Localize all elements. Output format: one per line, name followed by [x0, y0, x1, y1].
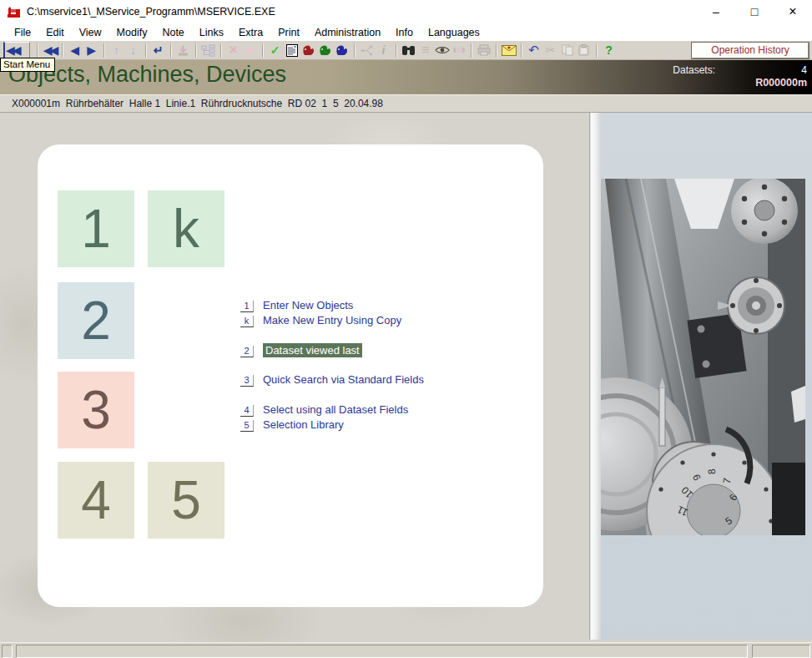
tile-copy-entry[interactable]: k [148, 190, 224, 267]
start-menu-item-label[interactable]: Select using all Dataset Fields [263, 403, 408, 416]
title-bar: C:\mservice1\_MService_Programm\MSERVICE… [0, 0, 812, 23]
start-menu-item-label[interactable]: Quick Search via Standard Fields [263, 373, 424, 386]
module-banner: Objects, Machines, Devices Datasets: 4 R… [0, 60, 812, 94]
record-id: R000000m [632, 77, 807, 89]
tree-view-icon[interactable] [200, 42, 217, 58]
menu-languages[interactable]: Languages [421, 25, 487, 40]
tile-select-fields[interactable]: 4 [58, 462, 134, 539]
window-title: C:\mservice1\_MService_Programm\MSERVICE… [27, 6, 275, 18]
candy-icon [451, 42, 467, 58]
status-segment-left [2, 645, 13, 658]
key-badge: 4 [240, 405, 254, 417]
run-red-icon[interactable] [300, 42, 317, 58]
toolbar-separator [145, 43, 147, 58]
start-menu-item-quick-search[interactable]: 3 Quick Search via Standard Fields [240, 373, 424, 388]
banner-dataset-info: Datasets: 4 R000000m [632, 64, 807, 89]
key-badge: k [240, 316, 254, 327]
status-bar [0, 642, 812, 658]
menu-info[interactable]: Info [388, 25, 421, 40]
toolbar-separator [596, 43, 598, 58]
start-menu-item-selection-library[interactable]: 5 Selection Library [240, 418, 344, 433]
delete-icon: × [225, 42, 242, 58]
import-icon [175, 42, 192, 58]
toolbar-separator [354, 43, 356, 58]
maximize-button[interactable]: □ [735, 0, 774, 23]
toolbar-separator [170, 43, 172, 58]
mail-icon[interactable] [501, 42, 517, 58]
start-menu-card: 1 k 2 3 4 5 1 Enter New Objects k Make N… [38, 144, 543, 607]
start-menu-item-label[interactable]: Enter New Objects [263, 299, 353, 311]
machine-photo: 5 6 7 8 9 10 11 [601, 179, 805, 535]
toolbar-separator [195, 43, 197, 58]
start-menu-item-copy-entry[interactable]: k Make New Entry Using Copy [240, 314, 401, 329]
run-blue-icon[interactable] [334, 42, 351, 58]
tile-last-dataset[interactable]: 2 [58, 282, 134, 359]
toolbar-separator [103, 43, 105, 58]
datasets-label: Datasets: [673, 64, 715, 76]
main-area: 1 k 2 3 4 5 1 Enter New Objects k Make N… [0, 113, 812, 642]
application-window: C:\mservice1\_MService_Programm\MSERVICE… [0, 0, 812, 658]
start-menu-item-select-fields[interactable]: 4 Select using all Dataset Fields [240, 403, 408, 418]
menu-edit[interactable]: Edit [38, 25, 72, 40]
start-menu-item-last-dataset[interactable]: 2 Dataset viewed last [240, 343, 362, 358]
menu-links[interactable]: Links [192, 25, 231, 40]
toolbar: ◀◀ ◀◀ ◀ ▶ ↑ ↓ ↵ × ♥ ✓ [0, 41, 812, 60]
menu-file[interactable]: File [7, 25, 38, 40]
cut-icon: ✂ [542, 42, 559, 58]
close-button[interactable]: × [774, 0, 812, 23]
menu-administration[interactable]: Administration [307, 25, 388, 40]
info-icon: i [376, 42, 392, 58]
go-first-icon[interactable]: ◀◀ [3, 42, 30, 58]
back-icon[interactable]: ◀ [67, 42, 83, 58]
enter-icon[interactable]: ↵ [150, 42, 167, 58]
forward-icon[interactable]: ▶ [83, 42, 100, 58]
menu-print[interactable]: Print [270, 25, 307, 40]
key-badge: 5 [240, 420, 254, 432]
key-badge: 3 [240, 375, 254, 387]
side-panel: 5 6 7 8 9 10 11 [589, 113, 812, 640]
datasets-count: 4 [715, 64, 807, 76]
undo-icon[interactable]: ↶ [526, 42, 542, 58]
key-badge: 2 [240, 346, 254, 357]
operation-history-button[interactable]: Operation History [692, 43, 809, 58]
fast-back-icon[interactable]: ◀◀ [42, 42, 58, 58]
copy-icon [559, 42, 576, 58]
memo-icon[interactable] [284, 42, 300, 58]
status-segment-right [752, 645, 810, 658]
toolbar-separator [262, 43, 264, 58]
app-icon [7, 5, 22, 18]
menu-modify[interactable]: Modify [109, 25, 155, 40]
minimize-button[interactable]: – [697, 0, 735, 23]
menu-bar: File Edit View Modify Note Links Extra P… [0, 23, 812, 41]
toolbar-separator [62, 43, 63, 58]
panel-divider [589, 113, 601, 640]
tile-enter-new[interactable]: 1 [58, 190, 134, 267]
search-binoculars-icon[interactable] [401, 42, 417, 58]
move-down-icon: ↓ [125, 42, 142, 58]
menu-note[interactable]: Note [154, 25, 191, 40]
view-eye-icon[interactable] [434, 42, 451, 58]
move-up-icon: ↑ [108, 42, 125, 58]
start-menu-item-label[interactable]: Selection Library [263, 418, 344, 431]
tile-selection-library[interactable]: 5 [148, 462, 224, 539]
toolbar-separator [37, 43, 38, 58]
menu-view[interactable]: View [72, 25, 109, 40]
list-icon: ≡ [417, 42, 434, 58]
status-segment-main [16, 645, 748, 658]
menu-extra[interactable]: Extra [231, 25, 270, 40]
toolbar-separator [496, 43, 497, 58]
key-badge: 1 [240, 301, 254, 312]
start-menu-item-label-selected[interactable]: Dataset viewed last [263, 343, 362, 357]
share-icon [359, 42, 376, 58]
confirm-icon[interactable]: ✓ [267, 42, 284, 58]
tile-quick-search[interactable]: 3 [58, 372, 134, 448]
help-icon[interactable]: ? [601, 42, 618, 58]
start-menu-item-label[interactable]: Make New Entry Using Copy [263, 314, 401, 326]
start-menu-item-enter-new[interactable]: 1 Enter New Objects [240, 299, 353, 314]
paste-icon [576, 42, 593, 58]
toolbar-separator [521, 43, 522, 58]
toolbar-separator [396, 43, 397, 58]
toolbar-separator [220, 43, 222, 58]
start-menu-tooltip: Start Menu [0, 58, 55, 72]
run-green-icon[interactable] [317, 42, 334, 58]
